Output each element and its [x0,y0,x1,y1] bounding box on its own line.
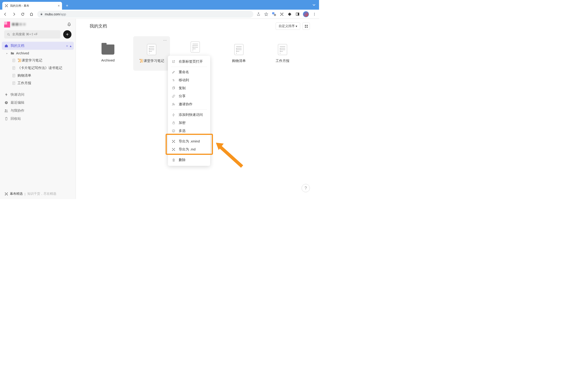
window-expand-icon[interactable] [312,0,316,10]
bolt-outline-icon [172,113,175,117]
tile-doc-2[interactable]: 购物清单 [221,36,257,71]
ctx-invite[interactable]: 邀请协作 [168,100,210,108]
search-icon [7,33,10,36]
tile-doc-0[interactable]: ⋯ 📜课堂学习笔记 [133,36,170,71]
document-large-icon [147,44,156,55]
nav-my-documents-label: 我的文档 [10,44,24,48]
ctx-label: 导出为 .xmind [179,139,200,144]
tile-more-icon[interactable]: ⋯ [163,38,167,42]
app-container: 全局搜索 ⌘+⇧+F + 我的文档 + ▴ ▸ Archived 📜课堂学习笔记 [0,19,319,199]
document-large-icon [278,44,287,55]
lock-outline-icon [172,121,175,125]
sidebar-footer[interactable]: 幕布精选 | 知识干货，尽在精选 [0,189,76,199]
context-menu: 在新标签页打开 重命名 移动到 复制 分享 邀请协作 添加到快速访问 加密 多选… [168,56,210,166]
global-search-input[interactable]: 全局搜索 ⌘+⇧+F [4,30,61,39]
ctx-export-xmind[interactable]: 导出为 .xmind [168,137,210,145]
tree-item-doc-1[interactable]: 《卡片笔记写作法》读书笔记 [2,64,74,72]
ctx-copy[interactable]: 复制 [168,84,210,92]
ctx-encrypt[interactable]: 加密 [168,119,210,127]
svg-rect-13 [298,13,299,15]
page-title: 我的文档 [90,23,107,29]
user-logo-icon [4,22,10,27]
svg-point-16 [314,15,315,16]
search-placeholder: 全局搜索 ⌘+⇧+F [12,32,38,36]
tab-close-icon[interactable]: × [58,4,60,8]
chrome-menu-icon[interactable] [312,12,317,17]
ext-mubu-icon[interactable] [279,12,284,17]
user-name-blurred [12,23,27,27]
address-bar[interactable]: mubu.com/app [37,11,253,18]
ctx-open-new-tab[interactable]: 在新标签页打开 [168,58,210,66]
reload-button[interactable] [20,11,26,17]
browser-tab[interactable]: 我的文档 - 幕布 × [2,2,62,10]
extensions-icon[interactable] [287,12,292,17]
nav-my-documents[interactable]: 我的文档 + ▴ [2,42,74,50]
chevron-down-icon: ▾ [296,24,297,28]
svg-point-23 [5,109,6,110]
home-button[interactable] [28,11,35,17]
nav-label: 快速访问 [10,92,24,97]
footer-title: 幕布精选 [10,192,23,196]
user-block[interactable] [4,22,27,27]
collapse-tree-icon[interactable]: ▴ [70,44,71,48]
sort-dropdown[interactable]: 自定义排序 ▾ [276,23,300,30]
svg-rect-32 [307,27,308,28]
chevron-right-icon: ▸ [6,52,9,55]
ctx-separator [171,136,207,136]
people-icon [4,109,8,112]
tile-doc-3[interactable]: 工作月报 [264,36,301,71]
back-button[interactable] [2,11,8,17]
translate-icon[interactable]: 文 [272,12,276,17]
profile-avatar[interactable] [303,11,309,17]
create-button[interactable]: + [63,30,71,39]
nav-label: 回收站 [10,117,21,121]
tree-item-archived[interactable]: ▸ Archived [2,50,74,57]
share-link-icon [172,94,175,98]
new-tab-button[interactable]: + [64,2,70,9]
notifications-icon[interactable] [67,22,71,27]
svg-point-24 [6,110,7,110]
ctx-separator [171,109,207,110]
add-doc-icon[interactable]: + [66,44,68,48]
tree-item-doc-0[interactable]: 📜课堂学习笔记 [2,57,74,64]
tile-folder-archived[interactable]: Archived [90,36,126,71]
bookmark-star-icon[interactable] [264,12,268,17]
document-large-icon [191,42,200,52]
sidepanel-icon[interactable] [295,12,300,17]
lock-icon [40,13,43,16]
tree-item-doc-2[interactable]: 购物清单 [2,72,74,79]
ctx-multiselect[interactable]: 多选 [168,127,210,135]
ctx-separator [171,155,207,155]
mindmap-icon [172,148,175,151]
share-icon[interactable] [256,12,261,17]
tree-item-doc-3[interactable]: 工作月报 [2,79,74,87]
ctx-export-md[interactable]: 导出为 .md [168,145,210,153]
svg-rect-35 [173,123,174,124]
document-large-icon [234,44,243,55]
ctx-delete[interactable]: 删除 [168,156,210,164]
sort-label: 自定义排序 [279,24,295,28]
help-button[interactable]: ? [302,184,310,192]
forward-button[interactable] [11,11,17,17]
nav-quick-access[interactable]: 快速访问 [2,91,74,99]
tree-item-label: 📜课堂学习笔记 [17,58,42,63]
ctx-label: 重命名 [179,70,189,74]
nav-trash[interactable]: 回收站 [2,115,74,123]
view-grid-button[interactable] [303,23,310,30]
ctx-label: 分享 [179,94,186,98]
user-plus-icon [172,103,175,106]
document-icon [12,74,16,77]
svg-point-17 [8,33,9,35]
ctx-rename[interactable]: 重命名 [168,68,210,76]
nav-label: 与我协作 [10,108,24,113]
document-icon [12,59,16,62]
nav-recent[interactable]: 最近编辑 [2,99,74,107]
ctx-share[interactable]: 分享 [168,92,210,100]
ctx-move[interactable]: 移动到 [168,76,210,84]
nav-label: 最近编辑 [10,100,24,105]
nav-shared[interactable]: 与我协作 [2,107,74,115]
ctx-quick-access[interactable]: 添加到快速访问 [168,111,210,119]
main-header: 我的文档 自定义排序 ▾ [90,23,310,30]
tile-label: 购物清单 [232,58,246,63]
svg-rect-33 [173,87,174,89]
